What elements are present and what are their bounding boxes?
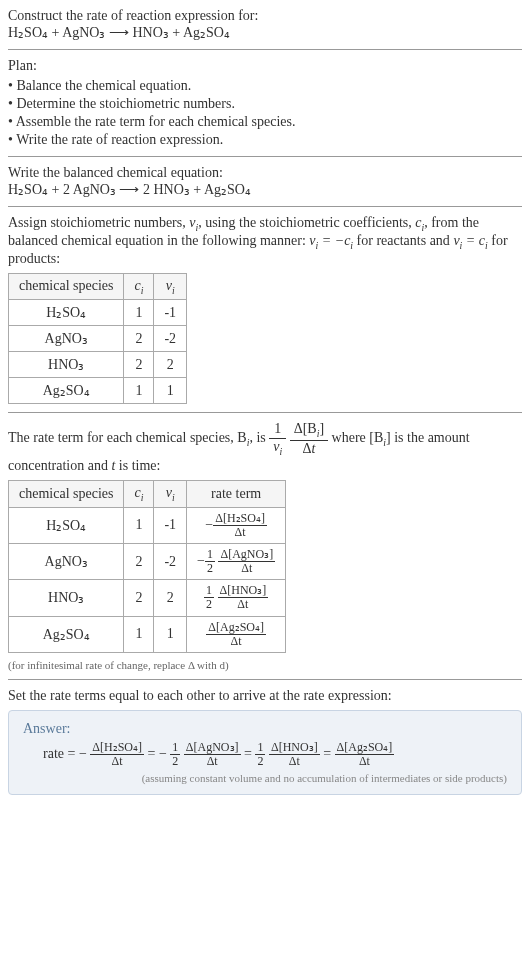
half1: 12 [170, 741, 180, 768]
rateterm-section: The rate term for each chemical species,… [8, 421, 522, 671]
construct-equation: H₂SO₄ + AgNO₃ ⟶ HNO₃ + Ag₂SO₄ [8, 24, 522, 41]
plan-item: Balance the chemical equation. [8, 78, 522, 94]
table-row: H₂SO₄1-1 [9, 300, 187, 326]
cell-c: 1 [124, 300, 154, 326]
final-line: Set the rate terms equal to each other t… [8, 688, 522, 704]
answer-expression: rate = − Δ[H₂SO₄]Δt = − 12 Δ[AgNO₃]Δt = … [43, 741, 507, 768]
cell-rate: Δ[Ag₂SO₄]Δt [187, 616, 286, 652]
plan-title: Plan: [8, 58, 522, 74]
cell-v: -1 [154, 507, 187, 543]
prefix: rate = − [43, 746, 87, 761]
col-c: ci [124, 273, 154, 300]
plan-section: Plan: Balance the chemical equation. Det… [8, 58, 522, 148]
rate-frac: Δ[H₂SO₄]Δt [213, 512, 267, 539]
cell-c: 2 [124, 543, 154, 579]
text: where [B [332, 431, 384, 446]
construct-section: Construct the rate of reaction expressio… [8, 8, 522, 41]
one-over-nu: 1νi [269, 421, 286, 457]
neg: − [197, 553, 205, 568]
divider [8, 412, 522, 413]
balanced-section: Write the balanced chemical equation: H₂… [8, 165, 522, 198]
cell-rate: −12 Δ[AgNO₃]Δt [187, 543, 286, 579]
cell-species: Ag₂SO₄ [9, 616, 124, 652]
neg: − [205, 516, 213, 531]
col-species: chemical species [9, 273, 124, 300]
eq: = [323, 746, 334, 761]
cell-c: 2 [124, 352, 154, 378]
answer-label: Answer: [23, 721, 507, 737]
table-row: H₂SO₄ 1 -1 −Δ[H₂SO₄]Δt [9, 507, 286, 543]
term2: Δ[AgNO₃]Δt [184, 741, 241, 768]
rate-frac: Δ[HNO₃]Δt [218, 584, 269, 611]
cell-species: HNO₃ [9, 352, 124, 378]
rate-frac: Δ[Ag₂SO₄]Δt [206, 621, 266, 648]
construct-title: Construct the rate of reaction expressio… [8, 8, 522, 24]
relation: νi = ci [453, 233, 487, 248]
cell-v: 1 [154, 616, 187, 652]
text: The rate term for each chemical species,… [8, 431, 247, 446]
eq: = − [148, 746, 167, 761]
text: is time: [115, 458, 160, 473]
delta-b-over-t: Δ[Bi]Δt [290, 421, 328, 457]
half-frac: 12 [204, 584, 214, 611]
stoich-intro: Assign stoichiometric numbers, νi, using… [8, 215, 522, 267]
cell-species: Ag₂SO₄ [9, 378, 124, 404]
cell-c: 1 [124, 616, 154, 652]
balanced-equation: H₂SO₄ + 2 AgNO₃ ⟶ 2 HNO₃ + Ag₂SO₄ [8, 181, 522, 198]
text: , is [249, 431, 269, 446]
cell-rate: 12 Δ[HNO₃]Δt [187, 580, 286, 616]
relation: νi = −ci [309, 233, 353, 248]
col-v: νi [154, 273, 187, 300]
plan-list: Balance the chemical equation. Determine… [8, 78, 522, 148]
rateterm-intro: The rate term for each chemical species,… [8, 421, 522, 473]
table-row: HNO₃ 2 2 12 Δ[HNO₃]Δt [9, 580, 286, 616]
table-row: AgNO₃ 2 -2 −12 Δ[AgNO₃]Δt [9, 543, 286, 579]
divider [8, 206, 522, 207]
table-row: AgNO₃2-2 [9, 326, 187, 352]
term3: Δ[HNO₃]Δt [269, 741, 320, 768]
table-header-row: chemical species ci νi [9, 273, 187, 300]
cell-species: H₂SO₄ [9, 300, 124, 326]
stoich-table: chemical species ci νi H₂SO₄1-1 AgNO₃2-2… [8, 273, 187, 405]
answer-note: (assuming constant volume and no accumul… [23, 772, 507, 784]
eq: = [244, 746, 255, 761]
balanced-title: Write the balanced chemical equation: [8, 165, 522, 181]
cell-v: 2 [154, 580, 187, 616]
rateterm-note: (for infinitesimal rate of change, repla… [8, 659, 522, 671]
cell-v: -2 [154, 543, 187, 579]
stoich-section: Assign stoichiometric numbers, νi, using… [8, 215, 522, 404]
cell-species: AgNO₃ [9, 326, 124, 352]
rate-frac: Δ[AgNO₃]Δt [218, 548, 275, 575]
table-row: HNO₃22 [9, 352, 187, 378]
cell-v: 2 [154, 352, 187, 378]
plan-item: Assemble the rate term for each chemical… [8, 114, 522, 130]
nu-symbol: νi [189, 215, 198, 230]
divider [8, 156, 522, 157]
cell-c: 2 [124, 580, 154, 616]
answer-box: Answer: rate = − Δ[H₂SO₄]Δt = − 12 Δ[AgN… [8, 710, 522, 795]
plan-item: Write the rate of reaction expression. [8, 132, 522, 148]
table-header-row: chemical species ci νi rate term [9, 480, 286, 507]
divider [8, 679, 522, 680]
cell-v: 1 [154, 378, 187, 404]
c-symbol: ci [415, 215, 424, 230]
cell-species: HNO₃ [9, 580, 124, 616]
col-rate: rate term [187, 480, 286, 507]
cell-c: 1 [124, 507, 154, 543]
cell-species: H₂SO₄ [9, 507, 124, 543]
half2: 12 [255, 741, 265, 768]
col-c: ci [124, 480, 154, 507]
table-row: Ag₂SO₄11 [9, 378, 187, 404]
text: Assign stoichiometric numbers, [8, 215, 189, 230]
cell-c: 2 [124, 326, 154, 352]
divider [8, 49, 522, 50]
cell-v: -1 [154, 300, 187, 326]
cell-rate: −Δ[H₂SO₄]Δt [187, 507, 286, 543]
text: , using the stoichiometric coefficients, [198, 215, 415, 230]
col-v: νi [154, 480, 187, 507]
half-frac: 12 [205, 548, 215, 575]
table-row: Ag₂SO₄ 1 1 Δ[Ag₂SO₄]Δt [9, 616, 286, 652]
cell-v: -2 [154, 326, 187, 352]
cell-species: AgNO₃ [9, 543, 124, 579]
cell-c: 1 [124, 378, 154, 404]
